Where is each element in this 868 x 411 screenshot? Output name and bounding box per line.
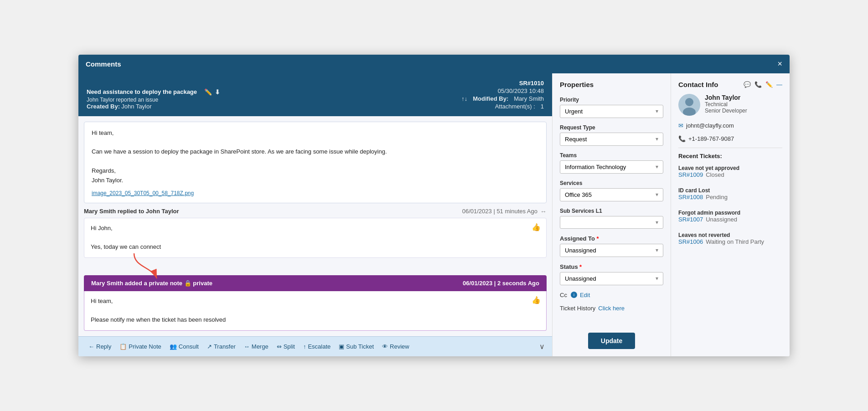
sub-ticket-icon: ▣ <box>339 343 344 350</box>
update-button[interactable]: Update <box>588 333 635 349</box>
reply-meta: 06/01/2023 | 51 minutes Ago ↔ <box>462 208 547 215</box>
ticket-sr-number: SR#1010 <box>461 80 544 87</box>
reply-expand-icon[interactable]: ↔ <box>540 208 547 215</box>
teams-label: Teams <box>560 152 663 159</box>
reply-body: Hi John, Yes, today we can connect <box>91 224 540 252</box>
private-note-button[interactable]: 📋 Private Note <box>117 341 164 352</box>
merge-button[interactable]: ↔ Merge <box>241 341 271 352</box>
private-note-header: Mary Smith added a private note 🔒 privat… <box>84 275 547 291</box>
assigned-to-label: Assigned To * <box>560 235 663 242</box>
services-label: Services <box>560 180 663 186</box>
escalate-button[interactable]: ↑ Escalate <box>300 341 333 352</box>
ticket-title-icons: ✏️ ⬇ <box>204 88 220 96</box>
recent-ticket-status-2: Pending <box>706 194 728 200</box>
sub-ticket-button[interactable]: ▣ Sub Ticket <box>336 341 377 352</box>
contact-role1: Technical <box>705 101 747 108</box>
edit-icon[interactable]: ✏️ <box>204 88 212 96</box>
contact-actions: 💬 📞 ✏️ — <box>744 81 782 88</box>
chevron-down-icon: ▾ <box>656 191 658 198</box>
reply-container: Mary Smith replied to John Taylor 06/01/… <box>84 208 547 258</box>
review-icon: 👁 <box>382 343 388 350</box>
recent-ticket-1: Leave not yet approved SR#1009 Closed <box>678 165 782 178</box>
phone-icon-small: 📞 <box>678 135 686 142</box>
ticket-reporter: John Taylor reported an issue <box>87 97 220 103</box>
close-button[interactable]: × <box>777 59 782 69</box>
minimize-icon[interactable]: — <box>776 81 782 88</box>
modal-header: Comments × <box>78 55 790 73</box>
edit-contact-icon[interactable]: ✏️ <box>765 81 773 88</box>
review-button[interactable]: 👁 Review <box>379 341 412 352</box>
reply-icon: ← <box>88 343 94 350</box>
contact-email-value: johnt@clayfly.com <box>686 122 734 129</box>
contact-info-row: John Taylor Technical Senior Developer <box>678 94 782 116</box>
reply-button[interactable]: ← Reply <box>86 341 114 352</box>
assigned-to-select[interactable]: Unassigned ▾ <box>560 244 663 257</box>
ticket-date: 05/30/2023 10:48 <box>461 87 544 94</box>
request-type-select[interactable]: Request ▾ <box>560 133 663 146</box>
download-icon[interactable]: ⬇ <box>215 88 220 96</box>
like-icon-private[interactable]: 👍 <box>532 296 541 304</box>
request-type-field: Request Type Request ▾ <box>560 124 663 146</box>
teams-field: Teams Information Technology ▾ <box>560 152 663 174</box>
ticket-title-area: Need assistance to deploy the package ✏️… <box>87 88 220 110</box>
sub-services-label: Sub Services L1 <box>560 208 663 214</box>
contact-details: John Taylor Technical Senior Developer <box>705 94 747 114</box>
transfer-button[interactable]: ↗ Transfer <box>204 341 238 352</box>
cc-edit-link[interactable]: Edit <box>580 292 590 298</box>
ticket-title: Need assistance to deploy the package ✏️… <box>87 88 220 96</box>
chevron-down-icon: ▾ <box>656 275 658 282</box>
recent-ticket-sr-4[interactable]: SR#1006 <box>678 238 703 245</box>
ticket-title-row: Need assistance to deploy the package ✏️… <box>87 80 544 110</box>
contact-info-title: Contact Info <box>678 81 718 88</box>
sub-services-select[interactable]: ▾ <box>560 216 663 229</box>
split-button[interactable]: ⇔ Split <box>274 341 298 352</box>
status-label: Status * <box>560 263 663 270</box>
recent-ticket-status-4: Waiting on Third Party <box>706 238 764 245</box>
properties-title: Properties <box>560 81 663 88</box>
reply-header: Mary Smith replied to John Taylor 06/01/… <box>84 208 547 215</box>
escalate-icon: ↑ <box>303 343 306 350</box>
attachment-link[interactable]: image_2023_05_30T05_00_58_718Z.png <box>92 190 539 196</box>
chevron-down-icon: ▾ <box>656 219 658 226</box>
recent-tickets-title: Recent Tickets: <box>678 148 782 159</box>
phone-icon[interactable]: 📞 <box>754 81 762 88</box>
consult-button[interactable]: 👥 Consult <box>167 341 202 352</box>
request-type-label: Request Type <box>560 124 663 131</box>
ticket-created: Created By: John Taylor <box>87 103 220 110</box>
modal-title: Comments <box>86 60 121 68</box>
recent-ticket-sr-3[interactable]: SR#1007 <box>678 216 703 223</box>
recent-ticket-status-3: Unassigned <box>706 216 737 223</box>
merge-icon: ↔ <box>244 343 250 350</box>
teams-select[interactable]: Information Technology ▾ <box>560 160 663 174</box>
contact-panel: Contact Info 💬 📞 ✏️ — <box>671 73 790 357</box>
services-select[interactable]: Office 365 ▾ <box>560 188 663 201</box>
contact-name: John Taylor <box>705 94 747 101</box>
recent-ticket-sr-1[interactable]: SR#1009 <box>678 171 703 178</box>
ticket-history-row: Ticket History Click here <box>560 305 663 312</box>
properties-panel: Properties Priority Urgent ▾ Request Typ… <box>553 73 671 357</box>
recent-ticket-sr-2[interactable]: SR#1008 <box>678 194 703 200</box>
required-marker: * <box>579 263 582 270</box>
status-field: Status * Unassigned ▾ <box>560 263 663 285</box>
contact-role2: Senior Developer <box>705 108 747 114</box>
toolbar-expand-icon[interactable]: ∨ <box>539 342 545 351</box>
transfer-icon: ↗ <box>207 343 212 350</box>
contact-email-row: ✉ johnt@clayfly.com <box>678 122 782 129</box>
cc-row: Cc i Edit <box>560 292 663 298</box>
message-icon[interactable]: 💬 <box>744 81 751 88</box>
chevron-down-icon: ▾ <box>656 164 658 170</box>
private-note-body: 👍 Hi team, Please notify me when the tic… <box>84 291 547 331</box>
comments-list: Hi team, Can we have a session to deploy… <box>78 116 552 337</box>
priority-select[interactable]: Urgent ▾ <box>560 105 663 118</box>
chevron-down-icon: ▾ <box>656 108 658 114</box>
info-icon: i <box>571 292 577 298</box>
modal-container: Comments × Need assistance to deploy the… <box>78 55 790 357</box>
like-icon[interactable]: 👍 <box>532 223 541 231</box>
priority-field: Priority Urgent ▾ <box>560 97 663 118</box>
ticket-modified: ↑↓ Modified By: Mary Smith <box>461 95 544 102</box>
ticket-history-link[interactable]: Click here <box>598 305 625 312</box>
status-select[interactable]: Unassigned ▾ <box>560 272 663 285</box>
ticket-attachments: Attachment(s) : 1 <box>461 103 544 110</box>
comments-panel: Need assistance to deploy the package ✏️… <box>78 73 553 357</box>
recent-ticket-3: Forgot admin password SR#1007 Unassigned <box>678 210 782 223</box>
